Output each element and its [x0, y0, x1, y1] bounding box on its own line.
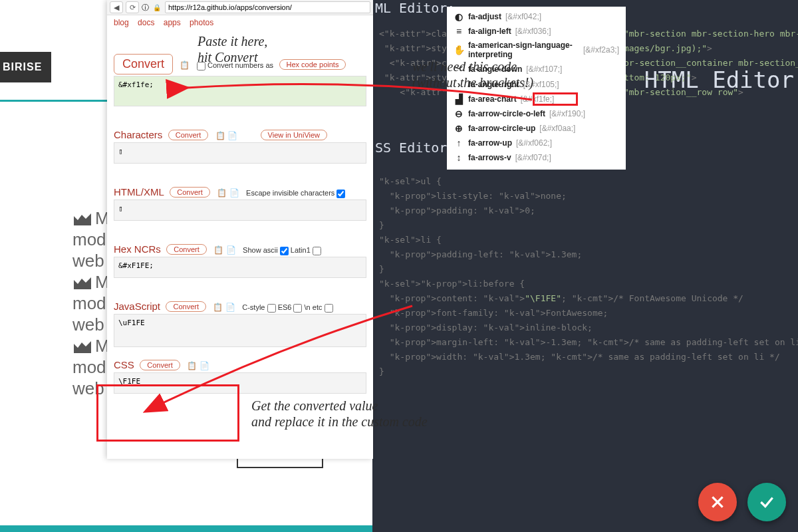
- copy-icon[interactable]: 📋: [217, 188, 227, 198]
- cancel-button[interactable]: [698, 483, 737, 521]
- icon-code: [&#xf190;]: [549, 109, 585, 118]
- doc-icon[interactable]: 📄: [200, 361, 209, 370]
- icon-name: fa-arrow-circle-up: [468, 124, 535, 133]
- latin1-check[interactable]: [313, 247, 321, 255]
- escape-check[interactable]: [336, 190, 345, 198]
- latin1-label: Latin1: [291, 246, 311, 254]
- nav-photos[interactable]: photos: [190, 18, 213, 27]
- doc-icon[interactable]: 📄: [227, 131, 237, 140]
- copy-icon[interactable]: 📋: [187, 361, 197, 370]
- icon-name: fa-american-sign-language-interpreting: [468, 41, 579, 59]
- hexncr-convert[interactable]: Convert: [166, 244, 207, 255]
- url-input[interactable]: [165, 1, 370, 13]
- sidebar-brand: BIRISE: [0, 52, 51, 82]
- characters-convert[interactable]: Convert: [168, 130, 209, 140]
- annotation-highlight: [96, 384, 239, 442]
- nav-blog[interactable]: blog: [114, 18, 129, 27]
- htmlxml-output[interactable]: ▯: [114, 200, 366, 221]
- hexncr-title: Hex NCRs: [114, 243, 161, 255]
- javascript-title: JavaScript: [114, 301, 160, 312]
- javascript-output[interactable]: \uF1FE: [114, 314, 366, 347]
- doc-icon[interactable]: 📄: [225, 303, 235, 312]
- area-chart-icon: [72, 340, 92, 354]
- hex-codepoints-pill[interactable]: Hex code points: [279, 59, 346, 70]
- icon-row[interactable]: ↑fa-arrow-up [&#xf062;]: [447, 136, 626, 150]
- icon-name: fa-arrow-up: [468, 138, 512, 148]
- icon-row[interactable]: ⊖fa-arrow-circle-o-left [&#xf190;]: [447, 106, 626, 121]
- area-chart-icon: [72, 276, 92, 291]
- css-title: CSS: [114, 359, 134, 370]
- escape-label: Escape invisible characters: [246, 189, 334, 197]
- htmlxml-convert[interactable]: Convert: [170, 187, 210, 198]
- icon-row[interactable]: ≡fa-align-left [&#xf036;]: [447, 24, 626, 39]
- lock-icon: 🔒: [153, 4, 161, 11]
- divider: [0, 525, 372, 532]
- characters-title: Characters: [114, 129, 162, 140]
- area-chart-icon: [72, 212, 92, 227]
- annotation-need: we'll need this code (without the bracke…: [412, 59, 533, 90]
- copy-icon[interactable]: 📋: [213, 303, 223, 312]
- doc-icon[interactable]: 📄: [229, 188, 239, 198]
- nav-links: blog docs apps photos: [107, 15, 373, 30]
- icon-code: [&#xf0aa;]: [539, 124, 575, 133]
- icon-name: fa-align-left: [468, 27, 511, 36]
- annotation-paste: Paste it here, hit Convert: [198, 33, 267, 65]
- css-convert[interactable]: Convert: [140, 360, 180, 370]
- view-uniview[interactable]: View in UniView: [261, 130, 327, 140]
- netc-check[interactable]: [325, 304, 333, 313]
- back-button[interactable]: ◀: [110, 1, 123, 13]
- htmlxml-title: HTML/XML: [114, 186, 164, 198]
- es6-check[interactable]: [293, 304, 302, 313]
- es6-label: ES6: [278, 303, 292, 311]
- icon-code: [&#xf062;]: [516, 138, 552, 148]
- copy-icon[interactable]: 📋: [215, 131, 225, 140]
- icon-glyph: ◐: [454, 11, 464, 22]
- icon-code: [&#xf036;]: [515, 27, 551, 36]
- icon-glyph: ⊖: [454, 108, 464, 119]
- hexncr-output[interactable]: &#xF1FE;: [114, 257, 366, 278]
- icon-glyph: ↕: [454, 152, 464, 163]
- icon-glyph: ↑: [454, 138, 464, 148]
- icon-glyph: ▟: [454, 94, 464, 104]
- icon-code: [&#xf2a3;]: [583, 45, 619, 55]
- icon-row[interactable]: ◐fa-adjust [&#xf042;]: [447, 9, 626, 24]
- input-area[interactable]: &#xf1fe;: [114, 76, 366, 106]
- icon-code: [&#xf042;]: [505, 12, 541, 21]
- icon-name: fa-arrows-v: [468, 153, 511, 162]
- address-bar: ◀ ⟳ ⓘ 🔒: [107, 0, 373, 15]
- showascii-check[interactable]: [280, 247, 289, 255]
- netc-label: \n etc: [305, 303, 323, 311]
- icon-row[interactable]: ⊕fa-arrow-circle-up [&#xf0aa;]: [447, 121, 626, 136]
- javascript-convert[interactable]: Convert: [166, 301, 206, 312]
- icon-name: fa-adjust: [468, 12, 501, 21]
- icon-row[interactable]: ✋fa-american-sign-language-interpreting …: [447, 39, 626, 61]
- icon-row[interactable]: ↕fa-arrows-v [&#xf07d;]: [447, 150, 626, 165]
- reload-button[interactable]: ⟳: [126, 1, 139, 13]
- copy-icon[interactable]: 📋: [180, 61, 190, 70]
- characters-output[interactable]: ▯: [114, 142, 366, 164]
- showascii-label: Show ascii: [243, 246, 278, 254]
- cstyle-label: C-style: [242, 303, 265, 311]
- convert-button-main[interactable]: Convert: [114, 54, 173, 74]
- icon-glyph: ⊕: [454, 123, 464, 134]
- annotation-highlight: [533, 92, 578, 106]
- cstyle-check[interactable]: [267, 304, 276, 313]
- css-code[interactable]: "k-sel">ul { "k-prop">list-style: "k-val…: [379, 174, 798, 379]
- info-icon[interactable]: ⓘ: [142, 3, 149, 13]
- icon-name: fa-area-chart: [468, 94, 517, 104]
- doc-icon[interactable]: 📄: [226, 245, 236, 255]
- annotation-get: Get the converted value and replace it i…: [251, 398, 428, 430]
- icon-glyph: ≡: [454, 26, 464, 37]
- icon-code: [&#xf07d;]: [515, 153, 551, 162]
- nav-apps[interactable]: apps: [164, 18, 181, 27]
- confirm-button[interactable]: [747, 483, 786, 521]
- copy-icon[interactable]: 📋: [213, 245, 223, 255]
- nav-docs[interactable]: docs: [138, 18, 154, 27]
- icon-name: fa-arrow-circle-o-left: [468, 109, 545, 118]
- icon-glyph: ✋: [454, 45, 464, 55]
